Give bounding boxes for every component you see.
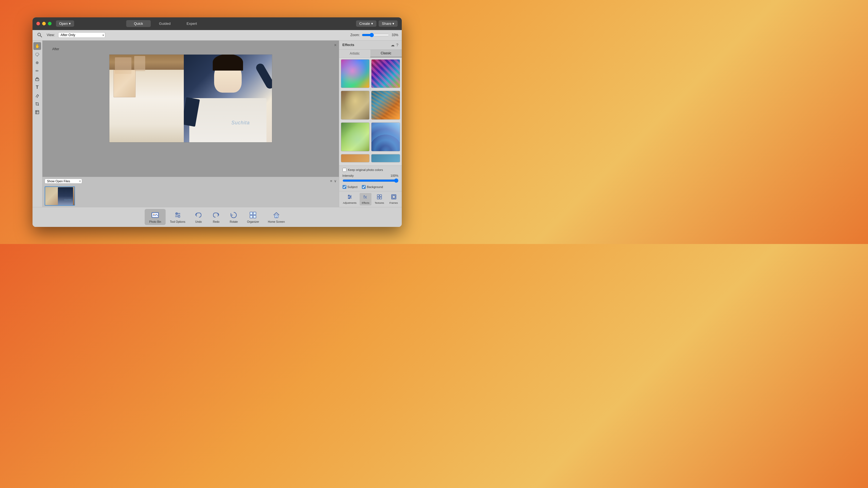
canvas-close-button[interactable]: × (334, 43, 337, 48)
bottom-tool-options[interactable]: Tool Options (165, 209, 190, 225)
zoom-slider[interactable] (362, 33, 390, 37)
frames-icon (391, 194, 397, 201)
maximize-button[interactable] (48, 22, 52, 25)
bottom-tool-home[interactable]: Home Screen (264, 209, 289, 225)
filmstrip-expand-icon[interactable]: ∨ (334, 179, 337, 183)
panel-help-icon[interactable]: ? (396, 43, 399, 47)
right-panel-icons: ☁ ? (391, 43, 399, 47)
tab-guided[interactable]: Guided (151, 20, 178, 27)
thumbnail-item[interactable]: Suchita (44, 186, 75, 206)
open-label: Open (59, 22, 68, 26)
bottom-tool-redo[interactable]: Redo (207, 209, 225, 225)
create-button[interactable]: Create ▾ (356, 20, 376, 27)
thumbnail-image: Suchita (45, 187, 74, 205)
bottom-tool-photo-bin[interactable]: Photo Bin (145, 209, 165, 225)
text-tool[interactable]: T (33, 84, 41, 91)
svg-point-9 (348, 195, 349, 196)
effect-item-7[interactable] (341, 154, 370, 163)
photo-frame: Suchita (109, 54, 272, 143)
hand-tool[interactable]: ✋ (33, 42, 41, 50)
svg-rect-25 (250, 215, 253, 218)
tab-quick[interactable]: Quick (126, 20, 151, 27)
textures-label: Textures (375, 202, 384, 204)
filmstrip-toolbar: Show Open Files Show Organizer Files ≡ ∨ (42, 177, 339, 185)
filmstrip-icons: ≡ ∨ (330, 179, 337, 183)
tool-options-icon (173, 211, 182, 220)
effect-item-1[interactable] (341, 59, 370, 88)
canvas-content: × After (42, 40, 339, 177)
effect-item-8[interactable] (371, 154, 400, 163)
minimize-button[interactable] (42, 22, 46, 25)
search-icon[interactable] (36, 31, 43, 39)
effect-item-2[interactable] (371, 59, 400, 88)
intensity-label: Intensity (342, 174, 354, 177)
panel-tool-adjustments[interactable]: Adjustments (341, 193, 359, 205)
brush-tool[interactable]: ✏ (33, 67, 41, 75)
svg-rect-16 (380, 197, 382, 199)
tab-artistic[interactable]: Artistic (339, 50, 371, 57)
after-label: After (52, 47, 59, 51)
zoom-value: 33% (392, 33, 398, 37)
filmstrip-area: Show Open Files Show Organizer Files ≡ ∨… (42, 177, 339, 207)
eraser-tool[interactable] (33, 92, 41, 99)
tool-options-label: Tool Options (170, 220, 185, 223)
redo-icon (212, 211, 220, 220)
subject-checkbox-item: Subject (342, 185, 358, 189)
svg-point-20 (153, 214, 154, 215)
bottom-tool-organizer[interactable]: Organizer (243, 209, 264, 225)
panel-tool-textures[interactable]: Textures (373, 193, 386, 205)
zoom-area: Zoom: 33% (350, 33, 398, 37)
bottom-tool-undo[interactable]: Undo (190, 209, 207, 225)
tab-expert[interactable]: Expert (179, 20, 205, 27)
open-button[interactable]: Open ▾ (56, 20, 74, 27)
lasso-tool[interactable] (33, 51, 41, 58)
intensity-slider[interactable] (342, 178, 399, 183)
close-button[interactable] (36, 22, 40, 25)
subject-checkbox[interactable] (342, 185, 346, 189)
tab-classic[interactable]: Classic (370, 50, 402, 57)
bottom-tool-rotate[interactable]: Rotate (225, 209, 243, 225)
svg-rect-26 (253, 215, 256, 218)
panel-cloud-icon[interactable]: ☁ (391, 43, 395, 47)
app-window: Open ▾ Quick Guided Expert Create ▾ Shar… (32, 18, 402, 227)
show-open-files-select[interactable]: Show Open Files Show Organizer Files (44, 179, 82, 183)
svg-text:fx: fx (364, 195, 367, 199)
toolbar-row: View: After Only Before Only Before & Af… (32, 30, 402, 40)
canvas-area: × After (42, 40, 339, 207)
keep-colors-checkbox[interactable] (342, 168, 346, 172)
panel-tool-frames[interactable]: Frames (387, 193, 400, 205)
rotate-icon (229, 211, 238, 220)
effect-item-3[interactable] (341, 91, 370, 120)
right-panel-bottom: Keep original photo colors Intensity 100… (339, 166, 402, 191)
photo-bin-label: Photo Bin (149, 220, 161, 223)
title-bar-right: Create ▾ Share ▾ (356, 20, 398, 27)
crop-tool[interactable] (33, 100, 41, 108)
svg-point-21 (178, 216, 180, 218)
rotate-label: Rotate (230, 220, 238, 223)
share-chevron-icon: ▾ (393, 22, 394, 26)
filmstrip-list-icon[interactable]: ≡ (330, 179, 332, 183)
effect-item-4[interactable] (371, 91, 400, 120)
style-tabs: Artistic Classic (339, 50, 402, 58)
svg-rect-5 (36, 78, 38, 79)
filmstrip-select-wrap: Show Open Files Show Organizer Files (44, 179, 82, 183)
panel-tool-effects[interactable]: fx Effects (360, 193, 371, 205)
effect-item-6[interactable] (371, 122, 400, 151)
background-checkbox[interactable] (362, 185, 366, 189)
svg-point-11 (348, 198, 350, 199)
adjustments-label: Adjustments (343, 202, 356, 204)
transform-tool[interactable] (33, 108, 41, 116)
share-button[interactable]: Share ▾ (379, 20, 398, 27)
view-select[interactable]: After Only Before Only Before & After - … (58, 32, 105, 38)
intensity-value: 100% (391, 174, 398, 177)
stamp-tool[interactable] (33, 75, 41, 83)
zoom-label: Zoom: (350, 33, 360, 37)
svg-rect-24 (253, 212, 256, 215)
background-label: Background (367, 185, 383, 189)
checkboxes-row: Subject Background (342, 185, 399, 189)
organizer-label: Organizer (247, 220, 259, 223)
adjustments-icon (347, 194, 352, 201)
home-icon (272, 211, 281, 220)
target-tool[interactable]: ⊕ (33, 59, 41, 66)
effect-item-5[interactable] (341, 122, 370, 151)
